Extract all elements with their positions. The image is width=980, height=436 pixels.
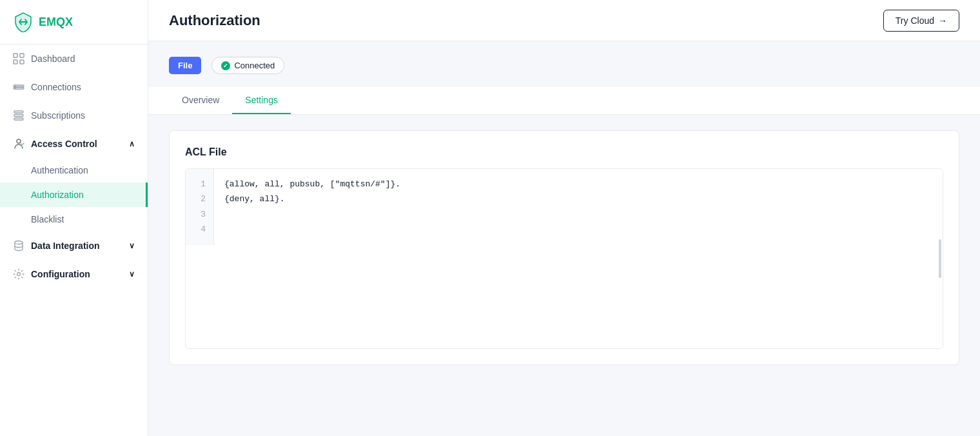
tab-settings[interactable]: Settings bbox=[232, 87, 291, 114]
dashboard-icon bbox=[13, 53, 24, 64]
logo-area[interactable]: EMQX bbox=[0, 0, 148, 45]
sidebar-item-authentication-label: Authentication bbox=[31, 165, 88, 175]
svg-point-11 bbox=[17, 139, 21, 143]
access-control-icon bbox=[13, 138, 24, 150]
line-num-3: 3 bbox=[193, 207, 206, 222]
sidebar: EMQX Dashboard Connections Subscriptions bbox=[0, 0, 148, 436]
sidebar-item-authorization[interactable]: Authorization bbox=[0, 183, 148, 207]
logo-text: EMQX bbox=[39, 15, 73, 29]
sidebar-item-access-control-label: Access Control bbox=[31, 139, 97, 149]
connected-status-icon bbox=[221, 61, 230, 70]
connected-badge: Connected bbox=[211, 57, 284, 74]
svg-rect-8 bbox=[14, 111, 23, 113]
sidebar-item-configuration-label: Configuration bbox=[31, 269, 90, 279]
status-bar: File Connected bbox=[169, 57, 959, 74]
svg-point-6 bbox=[15, 85, 16, 86]
try-cloud-button[interactable]: Try Cloud → bbox=[883, 10, 959, 32]
svg-rect-9 bbox=[14, 115, 23, 117]
line-num-1: 1 bbox=[193, 177, 206, 192]
sidebar-item-dashboard-label: Dashboard bbox=[31, 54, 75, 64]
sidebar-item-subscriptions[interactable]: Subscriptions bbox=[0, 101, 148, 130]
file-badge: File bbox=[169, 57, 201, 74]
sidebar-item-subscriptions-label: Subscriptions bbox=[31, 110, 85, 121]
svg-rect-3 bbox=[20, 60, 24, 64]
line-num-2: 2 bbox=[193, 192, 206, 206]
tabs: Overview Settings bbox=[148, 87, 980, 115]
line-num-4: 4 bbox=[193, 222, 206, 237]
topbar: Authorization Try Cloud → bbox=[148, 0, 980, 41]
line-numbers: 1 2 3 4 bbox=[186, 169, 214, 245]
configuration-icon bbox=[13, 268, 24, 280]
sidebar-item-authentication[interactable]: Authentication bbox=[0, 158, 148, 183]
chevron-down-icon-2: ∨ bbox=[129, 241, 135, 250]
chevron-down-icon-3: ∨ bbox=[129, 270, 135, 279]
svg-rect-10 bbox=[14, 118, 23, 120]
acl-title: ACL File bbox=[185, 146, 943, 158]
try-cloud-arrow: → bbox=[938, 15, 947, 26]
code-line-4: {deny, all}. bbox=[224, 192, 932, 206]
acl-section: ACL File 1 2 3 4 {allow, all, pubsub, ["… bbox=[169, 130, 959, 365]
content-area: File Connected Overview Settings ACL Fil… bbox=[148, 41, 980, 436]
subscriptions-icon bbox=[13, 110, 24, 121]
code-lines: 1 2 3 4 {allow, all, pubsub, ["mqttsn/#"… bbox=[186, 169, 943, 245]
svg-point-7 bbox=[15, 88, 16, 89]
chevron-down-icon: ∧ bbox=[129, 139, 135, 148]
data-integration-icon bbox=[13, 240, 24, 252]
scrollbar[interactable] bbox=[939, 239, 941, 278]
page-title: Authorization bbox=[169, 12, 260, 29]
tab-overview-label: Overview bbox=[182, 95, 219, 105]
tab-overview[interactable]: Overview bbox=[169, 87, 232, 114]
sidebar-item-connections-label: Connections bbox=[31, 82, 81, 92]
connected-label: Connected bbox=[234, 61, 275, 70]
sidebar-item-access-control[interactable]: Access Control ∧ bbox=[0, 130, 148, 158]
tab-settings-label: Settings bbox=[245, 95, 278, 105]
svg-rect-0 bbox=[14, 54, 17, 57]
svg-rect-2 bbox=[14, 60, 17, 64]
code-editor[interactable]: 1 2 3 4 {allow, all, pubsub, ["mqttsn/#"… bbox=[185, 168, 943, 349]
svg-point-13 bbox=[17, 273, 21, 276]
code-line-2: {allow, all, pubsub, ["mqttsn/#"]}. bbox=[224, 177, 932, 192]
svg-point-12 bbox=[15, 241, 23, 244]
try-cloud-label: Try Cloud bbox=[896, 15, 934, 26]
code-content[interactable]: {allow, all, pubsub, ["mqttsn/#"]}.{deny… bbox=[214, 169, 943, 245]
connections-icon bbox=[13, 81, 24, 93]
sidebar-item-dashboard[interactable]: Dashboard bbox=[0, 45, 148, 73]
svg-rect-1 bbox=[20, 54, 24, 57]
sidebar-item-blacklist[interactable]: Blacklist bbox=[0, 207, 148, 232]
sidebar-item-authorization-label: Authorization bbox=[31, 190, 84, 200]
sidebar-item-configuration[interactable]: Configuration ∨ bbox=[0, 260, 148, 288]
sidebar-item-data-integration[interactable]: Data Integration ∨ bbox=[0, 232, 148, 260]
sidebar-item-connections[interactable]: Connections bbox=[0, 73, 148, 101]
main-content: Authorization Try Cloud → File Connected… bbox=[148, 0, 980, 436]
sidebar-item-blacklist-label: Blacklist bbox=[31, 214, 64, 224]
emqx-logo-icon bbox=[13, 12, 34, 32]
sidebar-item-data-integration-label: Data Integration bbox=[31, 241, 100, 251]
